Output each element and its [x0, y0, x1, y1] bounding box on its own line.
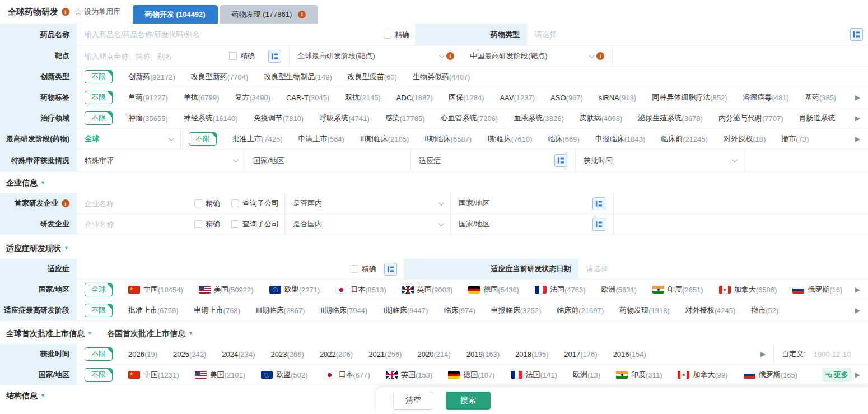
exact-checkbox[interactable]: 精确 — [189, 198, 226, 208]
filter-option[interactable]: 加拿大(6586) — [719, 285, 777, 295]
exact-checkbox[interactable]: 精确 — [345, 264, 382, 274]
filter-option[interactable]: 2020(214) — [417, 350, 450, 359]
filter-option[interactable]: 心血管系统(7206) — [441, 113, 498, 123]
filter-option[interactable]: 临床前(21245) — [661, 134, 708, 144]
tab-drug-development[interactable]: 药物开发 (104492) — [133, 5, 218, 24]
filter-option[interactable]: 双抗(2145) — [345, 92, 381, 103]
filter-option[interactable]: 改良型新药(7704) — [191, 72, 249, 82]
filter-option[interactable]: 单抗(6799) — [184, 92, 220, 103]
filter-option[interactable]: 单药(91227) — [128, 92, 168, 103]
info-icon[interactable] — [62, 8, 69, 16]
filter-option[interactable]: 2018(195) — [515, 350, 548, 359]
filter-option[interactable]: AAV(1237) — [500, 94, 535, 102]
filter-option[interactable]: 申请上市(564) — [298, 134, 344, 144]
tree-select-icon[interactable] — [850, 28, 863, 41]
checkbox-icon[interactable] — [231, 199, 239, 207]
checkbox-icon[interactable] — [194, 220, 202, 228]
approval-time-select[interactable]: 获批时间 — [576, 156, 744, 166]
unlimited-button[interactable]: 不限 — [85, 347, 113, 361]
tree-select-icon[interactable] — [592, 218, 605, 231]
section-title-country[interactable]: 各国首次批准上市信息 — [107, 329, 193, 339]
filter-option[interactable]: 德国(5436) — [468, 285, 519, 295]
country-region-select[interactable]: 国家/地区 — [451, 218, 613, 231]
tree-select-icon[interactable] — [554, 154, 567, 167]
filter-option[interactable]: 申请上市(768) — [194, 305, 240, 315]
filter-option[interactable]: 肿瘤(35655) — [128, 113, 168, 123]
filter-option[interactable]: ADC(1887) — [396, 94, 433, 102]
sub-company-checkbox[interactable]: 查询子公司 — [226, 219, 284, 229]
tree-select-icon[interactable] — [384, 263, 397, 276]
filter-option[interactable]: 申报临床(1843) — [595, 134, 646, 144]
tab-drug-discovery[interactable]: 药物发现 (177861) — [220, 5, 319, 24]
section-title[interactable]: 适应症研发现状 — [6, 244, 69, 254]
expand-arrow-icon[interactable] — [852, 306, 868, 314]
unlimited-button[interactable]: 不限 — [189, 132, 217, 146]
target-input[interactable] — [77, 52, 223, 61]
filter-option[interactable]: 撤市(52) — [751, 305, 778, 315]
filter-option[interactable]: 改良型生物制品(149) — [264, 72, 332, 82]
expand-arrow-icon[interactable] — [852, 114, 868, 122]
special-review-select[interactable]: 特殊审评 — [77, 156, 245, 166]
filter-option[interactable]: 日本(8513) — [335, 285, 386, 295]
custom-date-input[interactable]: 1900-12-10 — [814, 350, 851, 359]
clear-button[interactable]: 清空 — [393, 392, 433, 410]
filter-option[interactable]: 免疫调节(7810) — [254, 113, 304, 123]
info-icon[interactable] — [62, 199, 69, 207]
filter-option[interactable]: 生物类似药(4407) — [413, 72, 470, 82]
expand-arrow-icon[interactable] — [852, 135, 868, 143]
filter-option[interactable]: 胃肠道系统 — [799, 113, 835, 123]
filter-option[interactable]: 基药(385) — [805, 92, 836, 103]
filter-option[interactable]: I期临床(9447) — [383, 305, 428, 315]
search-button[interactable]: 搜索 — [446, 392, 491, 410]
tree-select-icon[interactable] — [592, 197, 605, 210]
filter-option[interactable]: 改良型疫苗(60) — [348, 72, 397, 82]
filter-option[interactable]: CAR-T(3045) — [286, 94, 329, 102]
filter-option[interactable]: 对外授权(4245) — [685, 305, 736, 315]
filter-option[interactable]: 美国(50922) — [199, 285, 254, 295]
filter-option[interactable]: I期临床(7610) — [487, 134, 532, 144]
filter-option[interactable]: II期临床(6587) — [424, 134, 472, 144]
filter-option[interactable]: III期临床(2867) — [256, 305, 305, 315]
filter-option[interactable]: III期临床(2105) — [360, 134, 409, 144]
section-title[interactable]: 结构信息 — [6, 391, 45, 401]
filter-option[interactable]: 创新药(92172) — [128, 72, 175, 82]
exact-checkbox[interactable]: 精确 — [223, 51, 260, 61]
info-icon[interactable] — [298, 11, 306, 18]
filter-option[interactable]: siRNA(913) — [599, 94, 636, 102]
exact-checkbox[interactable]: 精确 — [189, 219, 226, 229]
filter-option[interactable]: 医保(1284) — [449, 92, 484, 103]
filter-option[interactable]: 欧洲(5631) — [601, 285, 637, 295]
filter-option[interactable]: 感染(17785) — [385, 113, 425, 123]
filter-option[interactable]: 撤市(73) — [781, 134, 809, 144]
unlimited-button[interactable]: 不限 — [85, 70, 113, 83]
domestic-select[interactable]: 是否国内 — [285, 219, 450, 229]
filter-option[interactable]: 临床(669) — [548, 134, 579, 144]
filter-option[interactable]: II期临床(7944) — [320, 305, 367, 315]
country-region-select[interactable]: 国家/地区 — [245, 156, 410, 166]
filter-option[interactable]: 俄罗斯(16) — [792, 285, 842, 295]
info-icon[interactable] — [446, 52, 454, 60]
checkbox-icon[interactable] — [229, 52, 237, 60]
info-icon[interactable] — [596, 52, 604, 60]
filter-option[interactable]: 泌尿生殖系统(3678) — [638, 113, 703, 123]
filter-option[interactable]: 临床(974) — [444, 305, 475, 315]
filter-option[interactable]: 同种异体细胞疗法(852) — [652, 92, 727, 103]
favorite-star-icon[interactable] — [74, 6, 82, 18]
filter-option[interactable]: 溶瘤病毒(481) — [743, 92, 788, 103]
filter-option[interactable]: 批准上市(6759) — [128, 305, 179, 315]
filter-option[interactable]: 2017(176) — [564, 350, 597, 359]
cn-target-stage-select[interactable]: 中国最高研发阶段(靶点) — [462, 51, 612, 61]
filter-option[interactable]: 申报临床(3252) — [491, 305, 542, 315]
indication-input[interactable] — [77, 265, 345, 273]
filter-option[interactable]: 2022(206) — [320, 350, 353, 359]
tree-select-icon[interactable] — [268, 50, 281, 63]
filter-option[interactable]: 皮肤病(4098) — [580, 113, 623, 123]
scope-select[interactable]: 全球 — [77, 134, 180, 144]
filter-option[interactable]: 神经系统(16140) — [184, 113, 238, 123]
developer-input[interactable] — [77, 220, 189, 229]
checkbox-icon[interactable] — [231, 220, 239, 228]
drug-type-select[interactable]: 请选择 — [527, 30, 564, 40]
checkbox-icon[interactable] — [384, 31, 391, 39]
filter-option[interactable]: 2024(234) — [222, 350, 255, 359]
checkbox-icon[interactable] — [194, 199, 202, 207]
